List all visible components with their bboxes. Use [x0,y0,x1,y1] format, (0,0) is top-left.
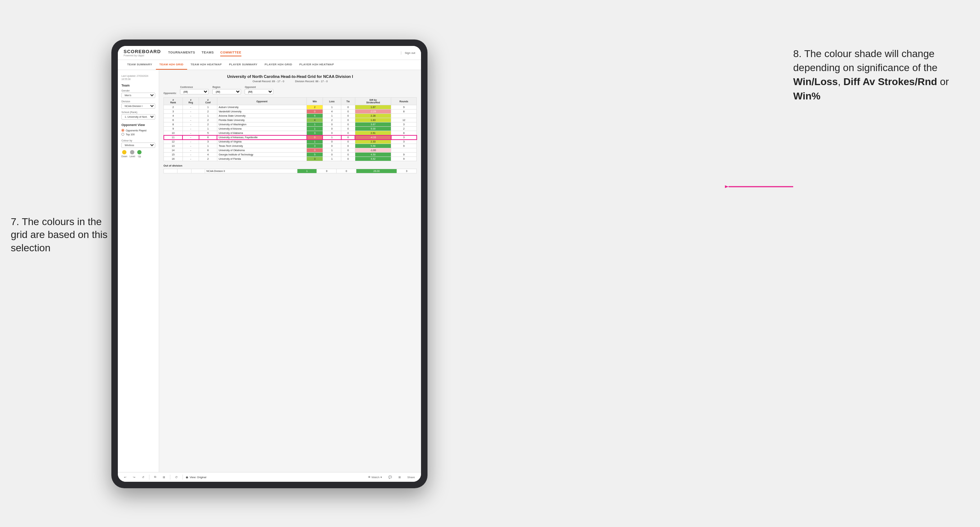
watch-btn[interactable]: 👁 Watch ▾ [366,475,383,479]
logo-text: SCOREBOARD [124,49,161,54]
region-select[interactable]: (All) [212,89,241,94]
view-icon: ◉ [186,476,188,479]
division-label: Division [121,100,155,103]
col-reg: #Reg [183,98,199,105]
app-header: SCOREBOARD Powered by clippd TOURNAMENTS… [118,46,421,60]
cell-win: 0 [307,110,323,114]
cell-rank: 6 [164,118,183,122]
cell-rounds: 3 [391,135,417,140]
legend-up: Up [137,150,142,157]
annotation-left: 7. The colours in the grid are based on … [11,215,111,254]
cell-rank: 15 [164,152,183,157]
right-arrow [725,176,797,197]
cell-reg: - [183,122,199,127]
cell-tie: 0 [341,105,355,110]
school-select[interactable]: 1. University of Nort... [121,114,155,119]
toolbar-divider-3 [183,475,183,479]
cell-rounds: 9 [391,157,417,161]
cell-tie: 0 [341,157,355,161]
cell-reg: - [183,140,199,144]
cell-loss: 2 [323,118,341,122]
cell-team: University of Arkansas, Fayetteville [217,135,307,140]
nav-tournaments[interactable]: TOURNAMENTS [168,49,195,56]
cell-loss: 1 [323,148,341,152]
conference-filter-label: Conference [180,86,209,88]
cell-team: Vanderbilt University [217,110,307,114]
table-row: 6 - 2 Florida State University 4 2 0 1.8… [164,118,417,122]
table-row: 14 - 6 University of Oklahoma 0 1 0 -1.0… [164,148,417,152]
legend-up-dot [137,150,142,154]
cell-tie: 0 [341,114,355,118]
tab-player-h2h-heatmap[interactable]: PLAYER H2H HEATMAP [296,60,338,70]
cell-reg: - [183,157,199,161]
nav-committee[interactable]: COMMITTEE [220,49,242,56]
sub-nav: TEAM SUMMARY TEAM H2H GRID TEAM H2H HEAT… [118,60,421,70]
tab-team-summary[interactable]: TEAM SUMMARY [124,60,156,70]
cell-conf: 1 [199,144,217,148]
gender-select[interactable]: Men's [121,93,155,98]
tab-team-h2h-heatmap[interactable]: TEAM H2H HEATMAP [187,60,226,70]
cell-conf: 2 [199,122,217,127]
table-row: 3 - 2 Vanderbilt University 0 4 0 -2.29 … [164,110,417,114]
cell-diff: 1.83 [355,118,391,122]
cell-tie: 0 [341,135,355,140]
cell-team: Auburn University [217,105,307,110]
table-row: 8 - 2 University of Washington 1 0 0 3.6… [164,122,417,127]
cell-tie: 0 [341,131,355,135]
table-row: 9 - 1 University of Arizona 1 0 0 9.00 2 [164,127,417,131]
cell-conf: 1 [199,105,217,110]
opponent-view-section: Opponent View Opponents Played Top 100 [121,123,155,136]
cell-reg: - [183,144,199,148]
cell-reg [177,169,191,173]
conference-filter: Conference (All) [180,86,209,94]
cell-reg: - [183,105,199,110]
colour-by-select[interactable]: Win/loss [121,143,155,148]
legend-level-text: Level [130,155,135,157]
cell-loss: 0 [323,122,341,127]
cell-diff: -2.29 [355,110,391,114]
region-filter: Region (All) [212,86,241,94]
copy-btn[interactable]: ⧉ [152,475,158,479]
tab-team-h2h-grid[interactable]: TEAM H2H GRID [156,60,187,70]
legend-down-dot [122,150,126,154]
cell-team: University of Florida [217,157,307,161]
paste-btn[interactable]: ⊞ [161,475,167,479]
legend-down-text: Down [121,155,127,157]
cell-diff: 2.28 [355,114,391,118]
logo-area: SCOREBOARD Powered by clippd [124,49,161,57]
undo-btn[interactable]: ↩ [122,475,128,479]
view-original[interactable]: ◉ View: Original [186,476,206,479]
clock-btn[interactable]: ⏱ [173,475,180,479]
cell-diff: 4.50 [355,152,391,157]
school-label: School (Rank) [121,111,155,113]
comment-btn[interactable]: 💬 [387,475,394,479]
cell-reg: - [183,148,199,152]
cell-team: University of Washington [217,122,307,127]
opponent-select[interactable]: (All) [245,89,274,94]
cell-rank: 8 [164,122,183,127]
division-select[interactable]: NCAA Division I [121,103,155,109]
share-icon-btn[interactable]: ⊞ [396,475,403,479]
conference-select[interactable]: (All) [180,89,209,94]
sidebar: Last Updated: 27/03/2024 16:55:38 Team G… [118,70,159,472]
cell-reg: - [183,118,199,122]
cell-rounds: 3 [397,169,417,173]
cell-loss: 1 [323,105,341,110]
cell-win: 1 [307,122,323,127]
refresh-btn[interactable]: ↺ [140,475,146,479]
grid-title: University of North Carolina Head-to-Hea… [164,74,417,79]
top100-radio[interactable]: Top 100 [121,133,155,136]
share-btn[interactable]: Share [406,475,417,479]
opponents-played-label: Opponents Played [126,129,146,132]
filters-row: Opponents: Conference (All) Region (All) [164,86,417,94]
cell-win: 3 [307,144,323,148]
tab-player-h2h-grid[interactable]: PLAYER H2H GRID [261,60,296,70]
redo-btn[interactable]: ↪ [131,475,137,479]
sign-out-link[interactable]: Sign out [401,51,415,55]
opponents-filter: Opponents: [164,92,177,94]
opponents-played-radio[interactable]: Opponents Played [121,129,155,132]
cell-reg: - [183,131,199,135]
nav-teams[interactable]: TEAMS [202,49,214,56]
tab-player-summary[interactable]: PLAYER SUMMARY [225,60,261,70]
col-opponent: Opponent [217,98,307,105]
